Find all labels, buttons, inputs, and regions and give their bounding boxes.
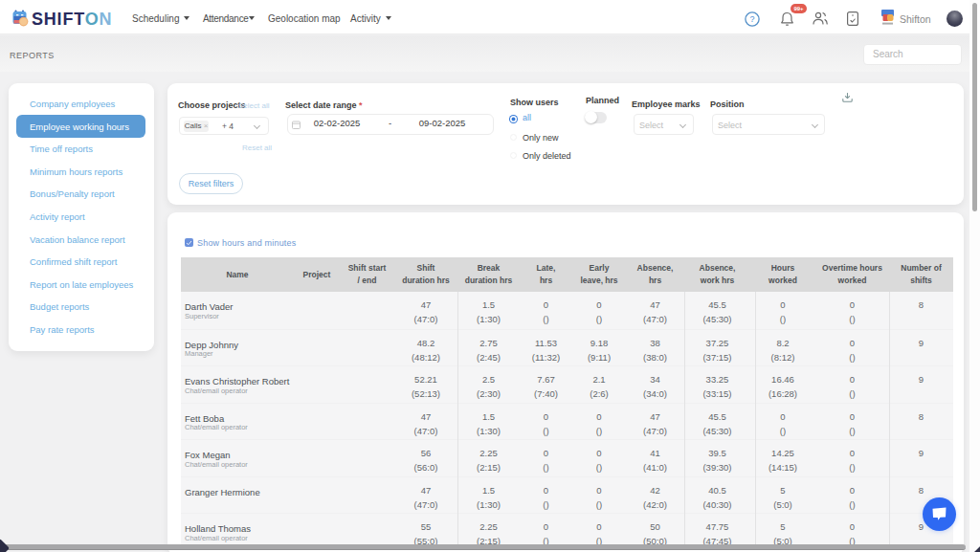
svg-text:?: ? xyxy=(749,14,754,24)
